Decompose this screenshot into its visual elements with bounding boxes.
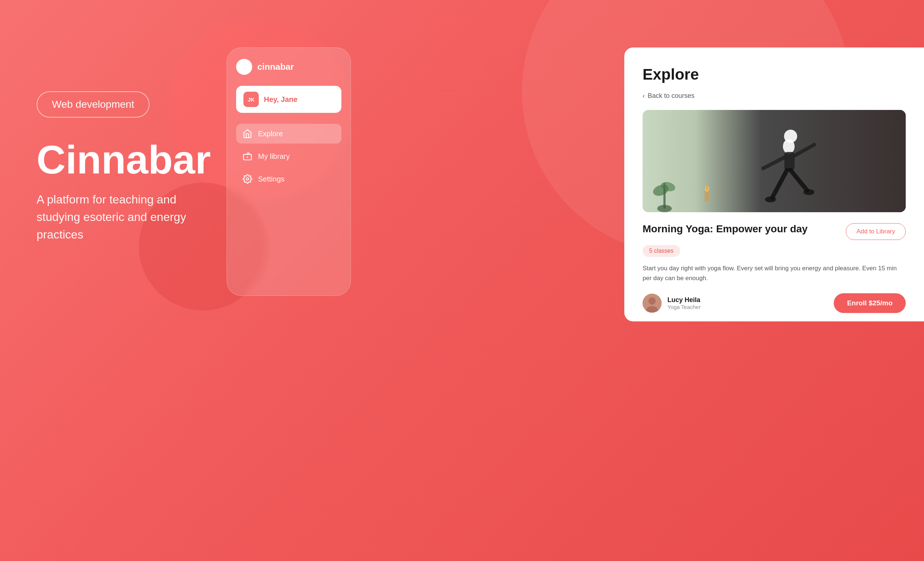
settings-icon <box>243 174 252 184</box>
svg-rect-16 <box>705 191 709 202</box>
back-link-label: Back to courses <box>648 92 694 100</box>
panel-title: Explore <box>642 66 906 83</box>
instructor-info: Lucy Heila Yoga Teacher <box>642 294 700 313</box>
library-icon <box>243 151 252 161</box>
add-to-library-button[interactable]: Add to Library <box>846 223 906 240</box>
classes-badge: 5 classes <box>642 245 680 257</box>
web-dev-badge: Web development <box>36 91 150 118</box>
course-title: Morning Yoga: Empower your day <box>642 223 808 235</box>
enroll-button[interactable]: Enroll $25/mo <box>834 293 906 313</box>
brand-title: Cinnabar <box>36 139 219 180</box>
nav-item-library[interactable]: My library <box>236 147 341 166</box>
instructor-text: Lucy Heila Yoga Teacher <box>668 296 700 310</box>
svg-point-4 <box>784 130 797 143</box>
nav-item-explore[interactable]: Explore <box>236 124 341 144</box>
settings-nav-label: Settings <box>258 175 284 183</box>
candle-decoration <box>701 181 712 205</box>
svg-line-6 <box>763 157 784 168</box>
plant-decoration <box>650 161 679 212</box>
svg-point-2 <box>246 178 249 180</box>
svg-point-11 <box>803 189 814 195</box>
app-header: cinnabar <box>236 59 341 75</box>
brand-subtitle: A platform for teaching and studying eso… <box>36 191 219 243</box>
desktop-panel: Explore ‹ Back to courses <box>624 48 924 322</box>
svg-point-10 <box>765 196 776 202</box>
home-icon <box>243 129 252 138</box>
back-to-courses-link[interactable]: ‹ Back to courses <box>642 92 906 100</box>
svg-point-20 <box>648 297 656 305</box>
instructor-avatar-img <box>642 294 662 313</box>
course-info-row: Morning Yoga: Empower your day Add to Li… <box>642 223 906 240</box>
instructor-name: Lucy Heila <box>668 296 700 304</box>
instructor-avatar <box>642 294 662 313</box>
back-chevron-icon: ‹ <box>642 92 645 100</box>
mobile-mockup: cinnabar JK Hey, Jane Explore My library… <box>226 48 351 296</box>
user-avatar: JK <box>243 92 259 107</box>
course-image <box>642 110 906 212</box>
user-greeting-card[interactable]: JK Hey, Jane <box>236 86 341 113</box>
svg-point-18 <box>706 186 708 190</box>
svg-line-7 <box>795 145 814 156</box>
svg-line-8 <box>772 170 787 197</box>
instructor-title: Yoga Teacher <box>668 304 700 310</box>
yoga-figure <box>752 117 825 212</box>
instructor-row: Lucy Heila Yoga Teacher Enroll $25/mo <box>642 293 906 313</box>
course-description: Start you day right with yoga flow. Ever… <box>642 263 906 283</box>
app-logo <box>236 59 252 75</box>
explore-nav-label: Explore <box>258 130 283 138</box>
left-section: Web development Cinnabar A platform for … <box>36 91 219 243</box>
app-name-label: cinnabar <box>257 62 294 72</box>
svg-line-9 <box>790 170 807 190</box>
nav-item-settings[interactable]: Settings <box>236 169 341 189</box>
greeting-text: Hey, Jane <box>264 95 297 104</box>
library-nav-label: My library <box>258 152 290 161</box>
